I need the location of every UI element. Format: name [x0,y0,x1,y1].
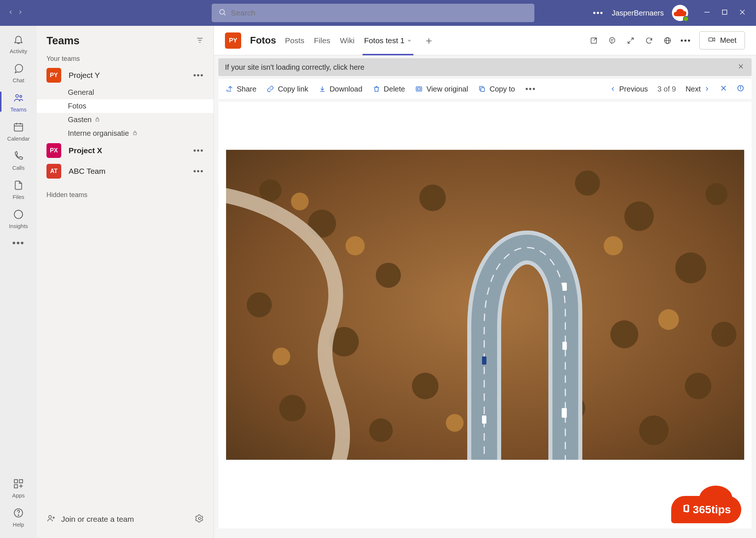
svg-rect-47 [417,88,420,90]
svg-rect-3 [722,10,727,14]
app-rail: Activity Chat Teams Calendar Calls Files… [0,26,37,538]
title-bar: ••• JasperBernaers [0,0,756,26]
channel-gasten[interactable]: Gasten [68,113,214,127]
svg-line-30 [594,38,596,40]
team-name: Project X [69,146,186,155]
team-more-icon[interactable]: ••• [193,146,204,155]
rail-more-icon[interactable]: ••• [12,237,24,249]
tab-wiki[interactable]: Wiki [340,26,355,55]
channel-general[interactable]: General [68,86,214,99]
infobar-close-icon[interactable] [738,63,744,72]
rail-chat[interactable]: Chat [0,59,37,86]
channel-actions: ••• Meet [589,31,745,49]
svg-rect-80 [562,283,567,291]
rail-files[interactable]: Files [0,175,37,203]
filter-icon[interactable] [196,36,204,46]
lock-icon [132,129,138,138]
svg-rect-46 [416,87,422,91]
meet-button[interactable]: Meet [699,31,745,49]
tab-label: Fotos test 1 [364,36,405,45]
team-more-icon[interactable]: ••• [193,70,204,80]
channel-label: Fotos [68,102,86,110]
search-box[interactable] [212,4,534,22]
info-bar-text[interactable]: If your site isn't loading correctly, cl… [225,63,364,72]
rail-label: Calendar [7,135,30,142]
toolbar-more-icon[interactable]: ••• [525,84,536,94]
globe-icon[interactable] [662,35,673,46]
channel-team-tile: PY [225,32,241,49]
team-project-y[interactable]: PY Project Y ••• [37,65,214,86]
meet-label: Meet [720,36,736,45]
channel-list: General Fotos Gasten Interne organisatie [37,86,214,140]
teams-title: Teams [46,35,80,47]
refresh-icon[interactable] [644,35,654,46]
rail-help[interactable]: Help [0,503,37,531]
expand-icon[interactable] [625,35,636,46]
team-more-icon[interactable]: ••• [193,166,204,176]
rail-label: Chat [13,77,24,83]
svg-marker-40 [712,38,715,41]
svg-point-61 [419,184,446,211]
svg-rect-13 [14,480,18,483]
view-original-label: View original [426,85,468,93]
copy-to-button[interactable]: Copy to [478,85,515,93]
search-input[interactable] [231,8,528,17]
more-icon[interactable]: ••• [681,35,691,46]
popout-icon[interactable] [589,35,599,46]
view-original-button[interactable]: View original [415,85,468,93]
tab-posts[interactable]: Posts [285,26,305,55]
rail-insights[interactable]: Insights [0,204,37,232]
user-name: JasperBernaers [612,9,664,17]
copy-link-label: Copy link [278,85,308,93]
settings-gear-icon[interactable] [195,514,204,524]
svg-point-64 [675,252,706,283]
tab-fotos-test-1[interactable]: Fotos test 1 [364,26,412,55]
channel-fotos[interactable]: Fotos [37,99,214,113]
team-name: ABC Team [69,167,186,176]
next-button[interactable]: Next [686,85,710,93]
hidden-teams-label: Hidden teams [37,188,214,201]
add-tab-icon[interactable]: ＋ [424,34,434,48]
image-viewer[interactable] [218,102,752,528]
maximize-icon[interactable] [721,9,728,17]
team-tile: PX [46,143,61,158]
delete-label: Delete [384,85,405,93]
conversation-icon[interactable] [607,35,617,46]
info-pane-icon[interactable] [737,85,744,94]
svg-rect-24 [133,132,136,135]
rail-teams[interactable]: Teams [0,88,37,115]
rail-calls[interactable]: Calls [0,146,37,174]
teams-icon [13,92,24,105]
share-button[interactable]: Share [226,85,256,93]
channel-interne-organisatie[interactable]: Interne organisatie [68,127,214,140]
tab-files[interactable]: Files [314,26,330,55]
avatar[interactable] [672,5,688,21]
back-icon[interactable] [7,9,14,17]
settings-more-icon[interactable]: ••• [593,8,604,18]
svg-point-76 [604,236,623,255]
delete-button[interactable]: Delete [373,85,405,93]
rail-apps[interactable]: Apps [0,474,37,501]
minimize-icon[interactable] [704,9,710,17]
svg-rect-14 [20,480,23,483]
team-tile: PY [46,68,61,83]
svg-line-1 [224,14,225,15]
join-create-team[interactable]: Join or create a team [46,513,134,525]
copy-link-button[interactable]: Copy link [267,85,308,93]
close-viewer-icon[interactable] [720,85,727,94]
forward-icon[interactable] [17,9,24,17]
file-toolbar: Share Copy link Download Delete View ori… [218,79,752,99]
next-label: Next [686,85,701,93]
close-icon[interactable] [739,9,746,17]
svg-rect-79 [482,356,486,365]
previous-button[interactable]: Previous [610,85,648,93]
rail-calendar[interactable]: Calendar [0,117,37,145]
team-abc[interactable]: AT ABC Team ••• [37,161,214,182]
download-button[interactable]: Download [319,85,363,93]
team-project-x[interactable]: PX Project X ••• [37,140,214,161]
svg-point-73 [291,193,309,210]
aerial-road-photo [226,150,744,460]
svg-point-59 [279,395,306,421]
rail-activity[interactable]: Activity [0,30,37,57]
rail-label: Calls [12,165,24,171]
